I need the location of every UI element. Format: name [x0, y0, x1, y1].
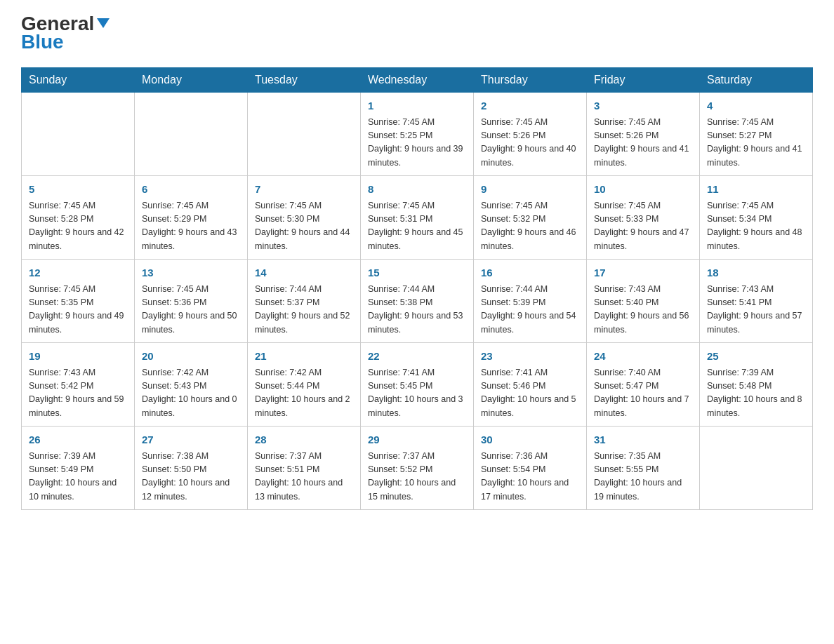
- day-number: 8: [368, 182, 466, 198]
- day-info: Sunrise: 7:45 AM Sunset: 5:26 PM Dayligh…: [481, 116, 579, 170]
- calendar-day-cell: 29Sunrise: 7:37 AM Sunset: 5:52 PM Dayli…: [361, 427, 474, 510]
- day-number: 28: [255, 432, 353, 448]
- calendar-day-cell: 26Sunrise: 7:39 AM Sunset: 5:49 PM Dayli…: [22, 427, 135, 510]
- day-info: Sunrise: 7:45 AM Sunset: 5:26 PM Dayligh…: [594, 116, 692, 170]
- day-of-week-header: Monday: [135, 68, 248, 93]
- calendar-day-cell: 6Sunrise: 7:45 AM Sunset: 5:29 PM Daylig…: [135, 176, 248, 260]
- calendar-day-cell: 1Sunrise: 7:45 AM Sunset: 5:25 PM Daylig…: [361, 93, 474, 176]
- day-info: Sunrise: 7:38 AM Sunset: 5:50 PM Dayligh…: [142, 450, 240, 504]
- day-info: Sunrise: 7:37 AM Sunset: 5:51 PM Dayligh…: [255, 450, 353, 504]
- day-number: 19: [29, 349, 127, 365]
- calendar-day-cell: 21Sunrise: 7:42 AM Sunset: 5:44 PM Dayli…: [248, 343, 361, 427]
- day-info: Sunrise: 7:37 AM Sunset: 5:52 PM Dayligh…: [368, 450, 466, 504]
- calendar-day-cell: 3Sunrise: 7:45 AM Sunset: 5:26 PM Daylig…: [587, 93, 700, 176]
- day-number: 25: [707, 349, 805, 365]
- calendar-day-cell: 5Sunrise: 7:45 AM Sunset: 5:28 PM Daylig…: [22, 176, 135, 260]
- day-info: Sunrise: 7:45 AM Sunset: 5:35 PM Dayligh…: [29, 283, 127, 337]
- svg-marker-0: [97, 18, 110, 28]
- calendar-day-cell: 14Sunrise: 7:44 AM Sunset: 5:37 PM Dayli…: [248, 260, 361, 343]
- day-info: Sunrise: 7:45 AM Sunset: 5:36 PM Dayligh…: [142, 283, 240, 337]
- day-info: Sunrise: 7:45 AM Sunset: 5:30 PM Dayligh…: [255, 199, 353, 254]
- calendar-day-cell: 28Sunrise: 7:37 AM Sunset: 5:51 PM Dayli…: [248, 427, 361, 510]
- page-header: General Blue: [21, 14, 813, 53]
- logo-arrow-icon: [95, 15, 111, 31]
- day-info: Sunrise: 7:44 AM Sunset: 5:39 PM Dayligh…: [481, 283, 579, 337]
- day-of-week-header: Wednesday: [361, 68, 474, 93]
- day-info: Sunrise: 7:35 AM Sunset: 5:55 PM Dayligh…: [594, 450, 692, 504]
- day-number: 31: [594, 432, 692, 448]
- day-info: Sunrise: 7:45 AM Sunset: 5:28 PM Dayligh…: [29, 199, 127, 254]
- calendar-day-cell: 2Sunrise: 7:45 AM Sunset: 5:26 PM Daylig…: [474, 93, 587, 176]
- calendar-day-cell: 27Sunrise: 7:38 AM Sunset: 5:50 PM Dayli…: [135, 427, 248, 510]
- day-info: Sunrise: 7:45 AM Sunset: 5:27 PM Dayligh…: [707, 116, 805, 170]
- calendar-day-cell: 8Sunrise: 7:45 AM Sunset: 5:31 PM Daylig…: [361, 176, 474, 260]
- calendar-day-cell: 9Sunrise: 7:45 AM Sunset: 5:32 PM Daylig…: [474, 176, 587, 260]
- day-info: Sunrise: 7:45 AM Sunset: 5:33 PM Dayligh…: [594, 199, 692, 254]
- day-info: Sunrise: 7:39 AM Sunset: 5:49 PM Dayligh…: [29, 450, 127, 504]
- day-number: 9: [481, 182, 579, 198]
- calendar-day-cell: [248, 93, 361, 176]
- calendar-day-cell: [700, 427, 813, 510]
- calendar-week-row: 26Sunrise: 7:39 AM Sunset: 5:49 PM Dayli…: [22, 427, 813, 510]
- calendar-day-cell: 13Sunrise: 7:45 AM Sunset: 5:36 PM Dayli…: [135, 260, 248, 343]
- calendar-day-cell: [135, 93, 248, 176]
- calendar-day-cell: 23Sunrise: 7:41 AM Sunset: 5:46 PM Dayli…: [474, 343, 587, 427]
- day-number: 30: [481, 432, 579, 448]
- day-number: 10: [594, 182, 692, 198]
- calendar-day-cell: 19Sunrise: 7:43 AM Sunset: 5:42 PM Dayli…: [22, 343, 135, 427]
- day-number: 12: [29, 265, 127, 281]
- calendar-header-row: SundayMondayTuesdayWednesdayThursdayFrid…: [22, 68, 813, 93]
- day-number: 11: [707, 182, 805, 198]
- day-number: 29: [368, 432, 466, 448]
- calendar-day-cell: 18Sunrise: 7:43 AM Sunset: 5:41 PM Dayli…: [700, 260, 813, 343]
- calendar-day-cell: 31Sunrise: 7:35 AM Sunset: 5:55 PM Dayli…: [587, 427, 700, 510]
- calendar-day-cell: 11Sunrise: 7:45 AM Sunset: 5:34 PM Dayli…: [700, 176, 813, 260]
- day-info: Sunrise: 7:40 AM Sunset: 5:47 PM Dayligh…: [594, 366, 692, 421]
- calendar-week-row: 12Sunrise: 7:45 AM Sunset: 5:35 PM Dayli…: [22, 260, 813, 343]
- day-number: 24: [594, 349, 692, 365]
- day-info: Sunrise: 7:44 AM Sunset: 5:37 PM Dayligh…: [255, 283, 353, 337]
- day-info: Sunrise: 7:43 AM Sunset: 5:41 PM Dayligh…: [707, 283, 805, 337]
- calendar-week-row: 5Sunrise: 7:45 AM Sunset: 5:28 PM Daylig…: [22, 176, 813, 260]
- day-number: 13: [142, 265, 240, 281]
- day-number: 22: [368, 349, 466, 365]
- day-number: 2: [481, 98, 579, 114]
- day-info: Sunrise: 7:42 AM Sunset: 5:43 PM Dayligh…: [142, 366, 240, 421]
- day-number: 5: [29, 182, 127, 198]
- day-number: 6: [142, 182, 240, 198]
- calendar-week-row: 19Sunrise: 7:43 AM Sunset: 5:42 PM Dayli…: [22, 343, 813, 427]
- day-number: 15: [368, 265, 466, 281]
- day-info: Sunrise: 7:39 AM Sunset: 5:48 PM Dayligh…: [707, 366, 805, 421]
- day-info: Sunrise: 7:43 AM Sunset: 5:40 PM Dayligh…: [594, 283, 692, 337]
- calendar-day-cell: 20Sunrise: 7:42 AM Sunset: 5:43 PM Dayli…: [135, 343, 248, 427]
- day-number: 17: [594, 265, 692, 281]
- day-of-week-header: Friday: [587, 68, 700, 93]
- calendar-day-cell: 24Sunrise: 7:40 AM Sunset: 5:47 PM Dayli…: [587, 343, 700, 427]
- day-info: Sunrise: 7:45 AM Sunset: 5:29 PM Dayligh…: [142, 199, 240, 254]
- day-number: 14: [255, 265, 353, 281]
- calendar-day-cell: [22, 93, 135, 176]
- day-info: Sunrise: 7:45 AM Sunset: 5:25 PM Dayligh…: [368, 116, 466, 170]
- calendar-table: SundayMondayTuesdayWednesdayThursdayFrid…: [21, 67, 813, 510]
- day-info: Sunrise: 7:43 AM Sunset: 5:42 PM Dayligh…: [29, 366, 127, 421]
- day-of-week-header: Tuesday: [248, 68, 361, 93]
- calendar-day-cell: 30Sunrise: 7:36 AM Sunset: 5:54 PM Dayli…: [474, 427, 587, 510]
- day-number: 23: [481, 349, 579, 365]
- day-info: Sunrise: 7:41 AM Sunset: 5:46 PM Dayligh…: [481, 366, 579, 421]
- calendar-day-cell: 17Sunrise: 7:43 AM Sunset: 5:40 PM Dayli…: [587, 260, 700, 343]
- day-number: 7: [255, 182, 353, 198]
- day-number: 16: [481, 265, 579, 281]
- day-number: 4: [707, 98, 805, 114]
- day-number: 20: [142, 349, 240, 365]
- calendar-day-cell: 10Sunrise: 7:45 AM Sunset: 5:33 PM Dayli…: [587, 176, 700, 260]
- calendar-day-cell: 4Sunrise: 7:45 AM Sunset: 5:27 PM Daylig…: [700, 93, 813, 176]
- day-info: Sunrise: 7:45 AM Sunset: 5:34 PM Dayligh…: [707, 199, 805, 254]
- calendar-day-cell: 12Sunrise: 7:45 AM Sunset: 5:35 PM Dayli…: [22, 260, 135, 343]
- day-number: 27: [142, 432, 240, 448]
- day-number: 18: [707, 265, 805, 281]
- day-number: 3: [594, 98, 692, 114]
- logo: General Blue: [21, 14, 111, 53]
- calendar-day-cell: 16Sunrise: 7:44 AM Sunset: 5:39 PM Dayli…: [474, 260, 587, 343]
- day-number: 21: [255, 349, 353, 365]
- day-number: 26: [29, 432, 127, 448]
